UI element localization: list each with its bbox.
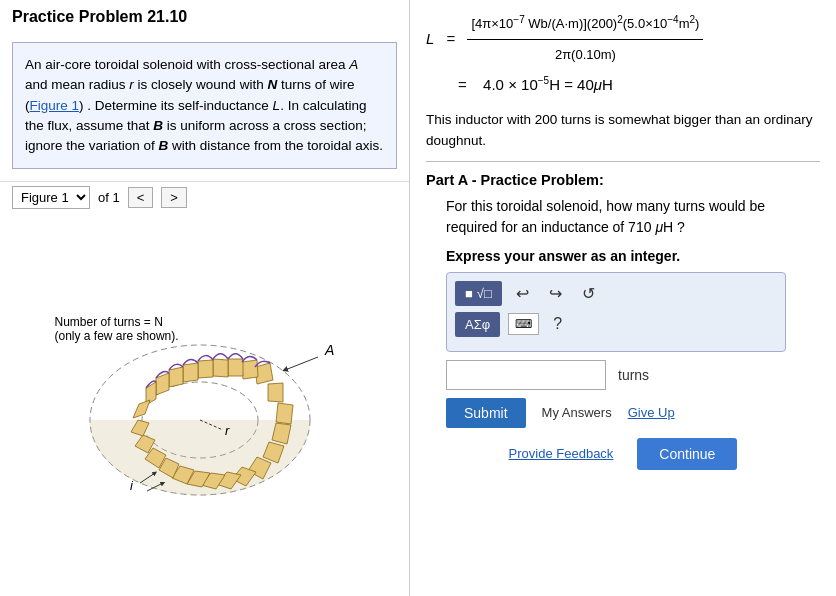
- toroid-diagram: Number of turns = N (only a few are show…: [35, 305, 375, 505]
- continue-button[interactable]: Continue: [637, 438, 737, 470]
- formula-L: L: [426, 24, 434, 54]
- toolbar-row-1: ■ √□ ↩ ↪ ↺: [455, 281, 777, 306]
- refresh-button[interactable]: ↺: [576, 282, 601, 305]
- figure-link[interactable]: Figure 1: [30, 98, 80, 113]
- formula-line-2: = 4.0 × 10−5H = 40μH: [458, 70, 820, 100]
- svg-line-2: [285, 357, 318, 370]
- answer-input[interactable]: [446, 360, 606, 390]
- prev-figure-button[interactable]: <: [128, 187, 154, 208]
- label-r: r: [225, 423, 230, 438]
- figure-controls: Figure 1 of 1 < >: [0, 181, 409, 213]
- figure-of-label: of 1: [98, 190, 120, 205]
- page-title: Practice Problem 21.10: [0, 0, 409, 30]
- formula-numer: [4π×10−7 Wb/(A·m)](200)2(5.0×10−4m2): [467, 10, 703, 40]
- action-row: Submit My Answers Give Up: [446, 398, 800, 428]
- express-answer-label: Express your answer as an integer.: [446, 248, 820, 264]
- formula-icon: ■: [465, 286, 473, 301]
- figure-caption-line2: (only a few are shown).: [55, 329, 179, 343]
- answer-input-row: turns: [446, 360, 800, 390]
- toolbar-row-2: ΑΣφ ⌨ ?: [455, 312, 777, 337]
- right-panel: L = [4π×10−7 Wb/(A·m)](200)2(5.0×10−4m2)…: [410, 0, 836, 596]
- math-btn-label: √□: [477, 286, 492, 301]
- next-figure-button[interactable]: >: [161, 187, 187, 208]
- problem-text: An air-core toroidal solenoid with cross…: [25, 55, 384, 156]
- help-button[interactable]: ?: [547, 313, 568, 335]
- my-answers-label: My Answers: [542, 405, 612, 420]
- bottom-row: Provide Feedback Continue: [446, 438, 800, 470]
- math-formula-button[interactable]: ■ √□: [455, 281, 502, 306]
- greek-symbols-button[interactable]: ΑΣφ: [455, 312, 500, 337]
- part-a-title: Part A - Practice Problem:: [426, 172, 820, 188]
- provide-feedback-button[interactable]: Provide Feedback: [509, 446, 614, 461]
- formula-fraction: [4π×10−7 Wb/(A·m)](200)2(5.0×10−4m2) 2π(…: [467, 10, 703, 68]
- figure-area: Number of turns = N (only a few are show…: [0, 213, 409, 596]
- label-A: A: [324, 342, 334, 358]
- undo-button[interactable]: ↩: [510, 282, 535, 305]
- figure-select[interactable]: Figure 1: [12, 186, 90, 209]
- give-up-button[interactable]: Give Up: [628, 405, 675, 420]
- section-divider: [426, 161, 820, 162]
- keyboard-button[interactable]: ⌨: [508, 313, 539, 335]
- answer-toolbar: ■ √□ ↩ ↪ ↺ ΑΣφ ⌨ ?: [446, 272, 786, 352]
- submit-button[interactable]: Submit: [446, 398, 526, 428]
- part-a-question: For this toroidal solenoid, how many tur…: [446, 196, 820, 238]
- figure-caption-line1: Number of turns = N: [55, 315, 163, 329]
- problem-description: An air-core toroidal solenoid with cross…: [12, 42, 397, 169]
- units-label: turns: [618, 367, 649, 383]
- result-text: This inductor with 200 turns is somewhat…: [426, 110, 820, 151]
- formula-denom: 2π(0.10m): [551, 40, 620, 68]
- formula-line-1: L = [4π×10−7 Wb/(A·m)](200)2(5.0×10−4m2)…: [426, 10, 820, 68]
- redo-button[interactable]: ↪: [543, 282, 568, 305]
- left-panel: Practice Problem 21.10 An air-core toroi…: [0, 0, 410, 596]
- formula-eq2: =: [458, 70, 475, 100]
- formula-block: L = [4π×10−7 Wb/(A·m)](200)2(5.0×10−4m2)…: [426, 0, 820, 110]
- formula-eq1: =: [442, 24, 459, 54]
- formula-result: 4.0 × 10−5H = 40μH: [483, 70, 613, 100]
